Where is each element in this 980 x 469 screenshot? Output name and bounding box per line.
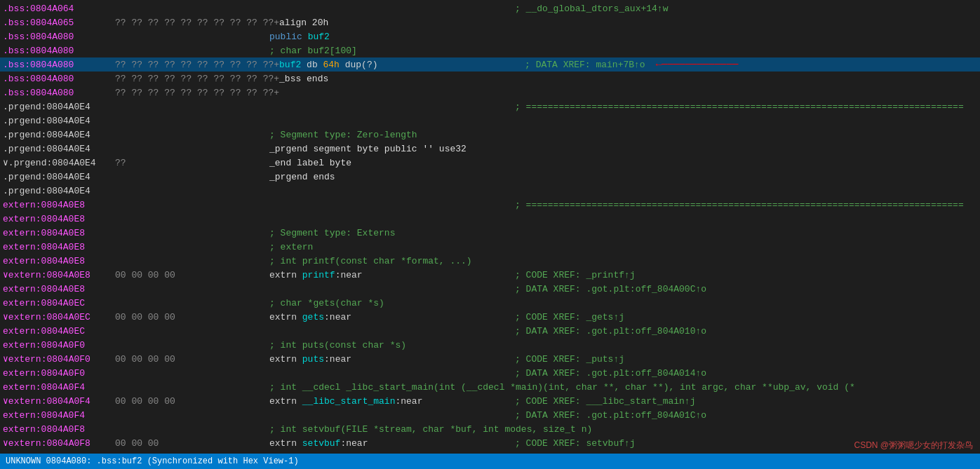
address: .prgend:0804A0E4 (3, 130, 115, 140)
instruction: extrn printf:near (269, 270, 515, 280)
address: ∨extern:0804A0F0 (3, 353, 115, 365)
comment: ; CODE XREF: _gets↑j (515, 312, 624, 322)
code-line[interactable]: extern:0804A0E8; extern (0, 240, 980, 254)
comment: ; DATA XREF: .got.plt:off_804A010↑o (515, 326, 706, 337)
code-line[interactable]: extern:0804A0F4; int __cdecl _libc_start… (0, 380, 980, 394)
bytes: 00 00 00 00 (115, 396, 269, 407)
address: extern:0804A0F4 (3, 382, 115, 393)
code-line[interactable]: ∨extern:0804A0F800 00 00extrn setvbuf:ne… (0, 436, 980, 450)
instruction: buf2 db 64h dup(?) (279, 60, 525, 70)
address: extern:0804A0EC (3, 298, 115, 308)
code-line[interactable]: .prgend:0804A0E4_prgend ends (0, 170, 980, 184)
bytes: ?? ?? ?? ?? ?? ?? ?? ?? ?? ??+ (115, 74, 279, 84)
code-line[interactable]: extern:0804A0E8 (0, 212, 980, 226)
comment: ; DATA XREF: main+7B↑o (525, 60, 645, 70)
main-container: .bss:0804A064; __do_global_dtors_aux+14↑… (0, 0, 980, 469)
address: ∨.prgend:0804A0E4 (3, 157, 115, 168)
code-line[interactable]: extern:0804A0E8; int printf(const char *… (0, 254, 980, 268)
instruction: ; char buf2[100] (269, 46, 515, 56)
comment: ; __do_global_dtors_aux+14↑w (515, 4, 668, 14)
code-line[interactable]: .bss:0804A080?? ?? ?? ?? ?? ?? ?? ?? ?? … (0, 57, 980, 72)
bytes: ?? ?? ?? ?? ?? ?? ?? ?? ?? ??+ (115, 88, 279, 98)
address: extern:0804A0E8 (3, 242, 115, 252)
code-line[interactable]: extern:0804A0E8; =======================… (0, 198, 980, 212)
address: .prgend:0804A0E4 (3, 102, 115, 112)
address: extern:0804A0E8 (3, 214, 115, 224)
code-line[interactable]: ∨extern:0804A0E800 00 00 00extrn printf:… (0, 268, 980, 282)
bytes: 00 00 00 00 (115, 312, 269, 322)
address: .bss:0804A065 (3, 18, 115, 28)
code-line[interactable]: extern:0804A0EC; char *gets(char *s) (0, 296, 980, 310)
instruction: extrn gets:near (269, 312, 515, 322)
address: extern:0804A0F0 (3, 368, 115, 379)
address: .bss:0804A080 (3, 46, 115, 56)
address: .bss:0804A080 (3, 88, 115, 98)
code-line[interactable]: .bss:0804A080public buf2 (0, 29, 980, 43)
code-line[interactable]: ∨.prgend:0804A0E4??_end label byte (0, 156, 980, 170)
address: .prgend:0804A0E4 (3, 172, 115, 182)
instruction: public buf2 (269, 32, 515, 42)
instruction: ; int printf(const char *format, ...) (269, 256, 515, 266)
code-line[interactable]: .prgend:0804A0E4; Segment type: Zero-len… (0, 128, 980, 142)
status-text: UNKNOWN 0804A080: .bss:buf2 (Synchronize… (6, 456, 299, 466)
address: ∨extern:0804A0E8 (3, 269, 115, 280)
address: ∨extern:0804A0F4 (3, 395, 115, 407)
address: extern:0804A0F8 (3, 424, 115, 435)
code-line[interactable]: .prgend:0804A0E4; ======================… (0, 100, 980, 114)
instruction: extrn puts:near (269, 354, 515, 365)
code-line[interactable]: .prgend:0804A0E4 (0, 184, 980, 198)
status-bar: UNKNOWN 0804A080: .bss:buf2 (Synchronize… (0, 454, 980, 469)
code-line[interactable]: ∨extern:0804A0F400 00 00 00extrn __libc_… (0, 394, 980, 408)
instruction: ; int puts(const char *s) (269, 340, 515, 351)
code-line[interactable]: .prgend:0804A0E4_prgend segment byte pub… (0, 142, 980, 156)
code-line[interactable]: extern:0804A0F8; int setvbuf(FILE *strea… (0, 422, 980, 436)
code-line[interactable]: ∨extern:0804A0EC00 00 00 00extrn gets:ne… (0, 310, 980, 324)
address: extern:0804A0E8 (3, 200, 115, 210)
address: .prgend:0804A0E4 (3, 116, 115, 126)
instruction: align 20h (279, 18, 525, 28)
address: .bss:0804A080 (3, 32, 115, 42)
code-line[interactable]: .bss:0804A064; __do_global_dtors_aux+14↑… (0, 1, 980, 15)
comment: ; DATA XREF: .got.plt:off_804A014↑o (515, 368, 706, 379)
bytes: ?? ?? ?? ?? ?? ?? ?? ?? ?? ??+ (115, 18, 279, 28)
instruction: _end label byte (269, 158, 515, 168)
comment: ; CODE XREF: ___libc_start_main↑j (515, 396, 695, 407)
code-line[interactable]: extern:0804A0E8; Segment type: Externs (0, 226, 980, 240)
code-line[interactable]: .bss:0804A080?? ?? ?? ?? ?? ?? ?? ?? ?? … (0, 86, 980, 100)
address: .bss:0804A080 (3, 74, 115, 84)
comment: ; CODE XREF: setvbuf↑j (515, 438, 636, 449)
code-line[interactable]: .bss:0804A065?? ?? ?? ?? ?? ?? ?? ?? ?? … (0, 15, 980, 29)
address: extern:0804A0F4 (3, 410, 115, 421)
address: ∨extern:0804A0F8 (3, 437, 115, 449)
comment: ; DATA XREF: .got.plt:off_804A00C↑o (515, 284, 706, 294)
address: .bss:0804A064 (3, 4, 115, 14)
code-line[interactable]: extern:0804A0EC; DATA XREF: .got.plt:off… (0, 324, 980, 338)
bytes: ?? ?? ?? ?? ?? ?? ?? ?? ?? ??+ (115, 60, 279, 70)
bytes: 00 00 00 00 (115, 270, 269, 280)
address: .prgend:0804A0E4 (3, 144, 115, 154)
code-line[interactable]: .bss:0804A080?? ?? ?? ?? ?? ?? ?? ?? ?? … (0, 72, 980, 86)
comment: ; CODE XREF: _printf↑j (515, 270, 636, 280)
xref-arrow: ←───────────── (656, 59, 739, 70)
instruction: ; int setvbuf(FILE *stream, char *buf, i… (269, 424, 592, 435)
address: .bss:0804A080 (3, 60, 115, 70)
code-line[interactable]: extern:0804A0E8; DATA XREF: .got.plt:off… (0, 282, 980, 296)
instruction: ; Segment type: Externs (269, 228, 515, 238)
comment: ; DATA XREF: .got.plt:off_804A01C↑o (515, 410, 706, 421)
code-line[interactable]: .prgend:0804A0E4 (0, 114, 980, 128)
code-line[interactable]: extern:0804A0F4; DATA XREF: .got.plt:off… (0, 408, 980, 422)
instruction: extrn setvbuf:near (269, 438, 515, 449)
code-line[interactable]: .bss:0804A080; char buf2[100] (0, 43, 980, 57)
bytes: ?? (115, 158, 269, 168)
code-line[interactable]: ∨extern:0804A0F000 00 00 00extrn puts:ne… (0, 352, 980, 366)
code-area[interactable]: .bss:0804A064; __do_global_dtors_aux+14↑… (0, 0, 980, 454)
instruction: _bss ends (279, 74, 525, 84)
code-line[interactable]: extern:0804A0F0; int puts(const char *s) (0, 338, 980, 352)
code-line[interactable]: extern:0804A0F0; DATA XREF: .got.plt:off… (0, 366, 980, 380)
instruction: ; Segment type: Zero-length (269, 130, 515, 140)
instruction: _prgend segment byte public '' use32 (269, 144, 515, 154)
address: extern:0804A0E8 (3, 284, 115, 294)
instruction: extrn __libc_start_main:near (269, 396, 515, 407)
bytes: 00 00 00 (115, 438, 269, 449)
address: extern:0804A0E8 (3, 256, 115, 266)
